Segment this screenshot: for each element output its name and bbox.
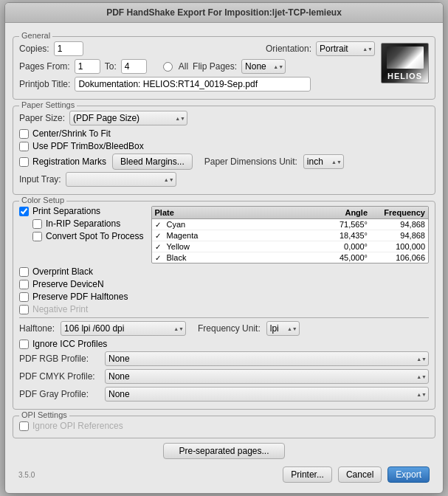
orientation-select[interactable]: Portrait [316, 41, 375, 56]
angle-yellow: 0,000° [322, 242, 373, 251]
pages-from-label: Pages From: [19, 61, 70, 72]
all-radio[interactable] [163, 62, 173, 72]
angle-magenta: 18,435° [322, 231, 373, 240]
freq-unit-wrapper: lpi [266, 321, 300, 336]
orientation-select-wrapper: Portrait [316, 41, 375, 56]
center-shrink-row: Center/Shrink To Fit [19, 128, 429, 139]
paper-dim-unit-select[interactable]: inch [303, 154, 344, 169]
copies-input[interactable] [54, 41, 83, 56]
freq-black: 106,066 [373, 253, 425, 262]
negative-print-row: Negative Print [19, 304, 429, 314]
dialog: PDF HandShake Export For Imposition:ljet… [4, 2, 444, 494]
in-rip-checkbox[interactable] [32, 219, 42, 229]
pdf-rgb-select[interactable]: None [105, 351, 429, 366]
separation-table: Plate Angle Frequency ✓ Cyan 71,565° 94,… [151, 206, 429, 264]
paper-dim-unit-label: Paper Dimensions Unit: [204, 156, 297, 167]
print-separations-label: Print Separations [32, 206, 100, 216]
pdf-cmyk-select[interactable]: None [105, 369, 429, 384]
input-tray-wrapper [66, 172, 176, 187]
freq-unit-select[interactable]: lpi [266, 321, 300, 336]
table-row: ✓ Black 45,000° 106,066 [152, 252, 428, 263]
preserve-pdf-halftones-checkbox[interactable] [19, 292, 29, 302]
freq-magenta: 94,868 [373, 231, 425, 240]
helios-logo: HELIOS [381, 43, 429, 83]
plate-yellow: Yellow [167, 242, 322, 251]
print-separations-row: Print Separations [19, 206, 144, 216]
check-yellow: ✓ [155, 243, 167, 251]
plate-magenta: Magenta [167, 231, 322, 240]
negative-print-checkbox[interactable] [19, 305, 29, 314]
pdf-rgb-label: PDF RGB Profile: [19, 354, 100, 364]
to-label: To: [105, 61, 117, 72]
freq-yellow: 100,000 [373, 242, 425, 251]
title-bar: PDF HandShake Export For Imposition:ljet… [5, 3, 443, 23]
paper-size-wrapper: (PDF Page Size) [69, 111, 187, 125]
freq-cyan: 94,868 [373, 220, 425, 229]
overprint-black-label: Overprint Black [32, 266, 93, 277]
table-row: ✓ Cyan 71,565° 94,868 [152, 219, 428, 230]
reg-marks-checkbox[interactable] [19, 157, 29, 167]
convert-spot-checkbox[interactable] [32, 232, 42, 241]
ignore-opi-checkbox[interactable] [19, 421, 29, 431]
ignore-icc-checkbox[interactable] [19, 340, 29, 349]
col-freq-header: Frequency [373, 208, 425, 217]
pre-separated-button[interactable]: Pre-separated pages... [163, 443, 284, 459]
in-rip-row: In-RIP Separations [19, 218, 144, 229]
overprint-black-checkbox[interactable] [19, 267, 29, 277]
angle-black: 45,000° [322, 253, 373, 262]
color-section: Color Setup Print Separations In-RIP Sep… [13, 201, 435, 410]
print-separations-checkbox[interactable] [19, 207, 29, 216]
preserve-devicen-label: Preserve DeviceN [32, 279, 104, 289]
pdf-cmyk-label: PDF CMYK Profile: [19, 371, 100, 382]
opi-section: OPI Settings Ignore OPI References [13, 416, 435, 438]
ignore-opi-row: Ignore OPI References [19, 421, 429, 431]
overprint-black-row: Overprint Black [19, 266, 429, 277]
reg-marks-label: Registration Marks [32, 156, 106, 167]
printer-button[interactable]: Printer... [283, 466, 332, 483]
use-pdf-trim-checkbox[interactable] [19, 142, 29, 151]
ignore-opi-label: Ignore OPI References [32, 421, 123, 431]
flip-pages-label: Flip Pages: [193, 61, 237, 72]
sep-table-header: Plate Angle Frequency [152, 207, 428, 219]
col-angle-header: Angle [322, 208, 373, 217]
general-label: General [19, 31, 52, 40]
pdf-gray-label: PDF Gray Profile: [19, 389, 100, 399]
export-button[interactable]: Export [387, 466, 430, 483]
ignore-icc-label: Ignore ICC Profiles [32, 339, 107, 349]
check-magenta: ✓ [155, 232, 167, 240]
color-label: Color Setup [19, 196, 66, 204]
opi-label: OPI Settings [19, 410, 69, 419]
cancel-button[interactable]: Cancel [338, 466, 382, 483]
paper-size-label: Paper Size: [19, 113, 65, 123]
pages-to-input[interactable] [121, 59, 147, 74]
convert-spot-row: Convert Spot To Process [19, 231, 144, 241]
pdf-rgb-wrapper: None [105, 351, 429, 366]
angle-cyan: 71,565° [322, 220, 373, 229]
paper-size-select[interactable]: (PDF Page Size) [69, 111, 187, 125]
paper-section: Paper Settings Paper Size: (PDF Page Siz… [13, 106, 435, 195]
check-black: ✓ [155, 254, 167, 262]
bleed-margins-button[interactable]: Bleed Margins... [112, 154, 193, 170]
pdf-cmyk-wrapper: None [105, 369, 429, 384]
printjob-input[interactable] [75, 77, 311, 92]
halftone-wrapper: 106 lpi /600 dpi [61, 321, 186, 336]
footer: 3.5.0 Printer... Cancel Export [13, 464, 435, 487]
pdf-gray-select[interactable]: None [105, 387, 429, 402]
pages-from-input[interactable] [75, 59, 100, 74]
halftone-select[interactable]: 106 lpi /600 dpi [61, 321, 186, 336]
input-tray-select[interactable] [66, 172, 176, 187]
helios-text: HELIOS [387, 72, 422, 80]
preserve-devicen-checkbox[interactable] [19, 280, 29, 289]
paper-label: Paper Settings [19, 100, 77, 109]
printjob-label: Printjob Title: [19, 79, 70, 89]
center-shrink-checkbox[interactable] [19, 129, 29, 139]
all-label: All [179, 61, 188, 72]
col-plate-header: Plate [155, 208, 322, 217]
pdf-gray-wrapper: None [105, 387, 429, 402]
preserve-pdf-halftones-row: Preserve PDF Halftones [19, 292, 429, 302]
ignore-icc-row: Ignore ICC Profiles [19, 339, 429, 349]
table-row: ✓ Magenta 18,435° 94,868 [152, 230, 428, 241]
check-cyan: ✓ [155, 221, 167, 229]
flip-pages-select[interactable]: None [241, 59, 286, 74]
negative-print-label: Negative Print [32, 304, 88, 314]
